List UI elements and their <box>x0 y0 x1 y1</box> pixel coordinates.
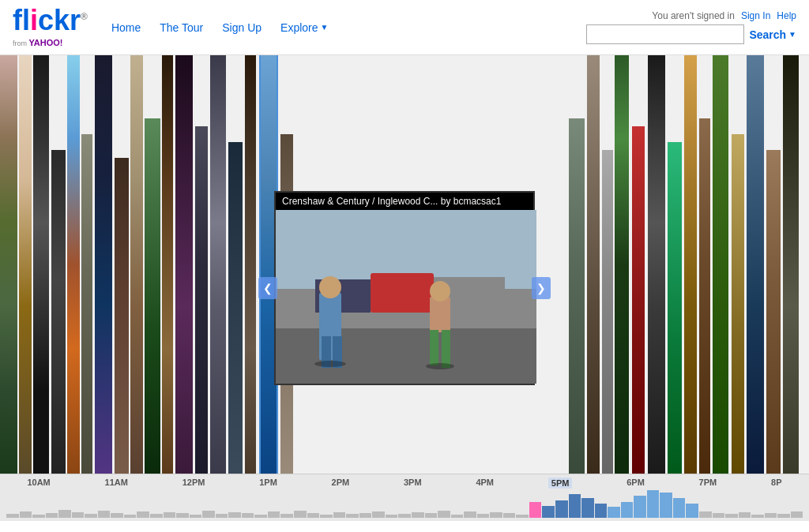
svg-point-14 <box>314 361 346 367</box>
time-5pm: 5PM <box>548 478 573 489</box>
search-button[interactable]: Search ▼ <box>749 28 796 41</box>
time-3pm: 3PM <box>404 478 422 489</box>
svg-rect-12 <box>430 330 438 365</box>
time-2pm: 2PM <box>332 478 350 489</box>
header-right: You aren't signed in Sign In Help Search… <box>586 10 796 44</box>
photo-column-r8 <box>684 55 697 474</box>
auth-bar: You aren't signed in Sign In Help <box>652 10 796 21</box>
timeline-labels: 10AM 11AM 12PM 1PM 2PM 3PM 4PM 5PM 6PM 7… <box>0 478 809 489</box>
photo-column-2 <box>19 55 32 474</box>
nav-tour[interactable]: The Tour <box>160 21 203 34</box>
svg-point-15 <box>426 363 454 369</box>
photo-column-r1 <box>569 118 585 474</box>
nav-signup[interactable]: Sign Up <box>222 21 262 34</box>
photo-column-5 <box>67 55 80 474</box>
logo: flickr® <box>13 6 88 35</box>
photo-column-r10 <box>713 55 728 474</box>
nav-home[interactable]: Home <box>111 21 141 34</box>
svg-rect-13 <box>442 330 450 368</box>
svg-rect-2 <box>371 273 434 313</box>
photo-column-16 <box>245 55 256 474</box>
photo-column-r14 <box>783 55 799 474</box>
popup-image <box>276 210 536 384</box>
photo-column-r4 <box>615 55 629 474</box>
svg-rect-5 <box>276 328 536 384</box>
search-input[interactable] <box>586 24 744 44</box>
popup-caption: Crenshaw & Century / Inglewood C... by b… <box>276 193 533 210</box>
photo-column-4 <box>51 150 66 474</box>
time-4pm: 4PM <box>476 478 494 489</box>
time-8p: 8P <box>771 478 781 489</box>
photo-column-r3 <box>602 150 613 474</box>
photo-column-3 <box>33 55 49 474</box>
photo-column-r6 <box>648 55 665 474</box>
photo-column-8 <box>115 158 129 474</box>
photo-column-9 <box>130 55 143 474</box>
timeline-bars <box>0 488 809 518</box>
photo-column-r11 <box>732 134 744 474</box>
photo-column-r5 <box>632 126 645 474</box>
photo-column-6 <box>81 134 92 474</box>
popup-photo-svg <box>276 210 536 384</box>
main-nav: Home The Tour Sign Up Explore ▼ <box>111 21 329 34</box>
photo-column-r12 <box>747 55 764 474</box>
photo-column-14 <box>210 55 226 474</box>
not-signed-text: You aren't signed in <box>652 10 735 21</box>
photo-column-r9 <box>699 118 710 474</box>
logo-area: flickr® from YAHOO! <box>13 6 88 49</box>
prev-photo-button[interactable]: ❮ <box>258 277 277 299</box>
yahoo-tagline: from YAHOO! <box>13 35 63 49</box>
next-photo-button[interactable]: ❯ <box>532 277 551 299</box>
photo-column-11 <box>162 55 173 474</box>
photo-column-13 <box>195 126 208 474</box>
photo-column-r2 <box>587 55 600 474</box>
photo-column-r13 <box>766 150 781 474</box>
nav-explore[interactable]: Explore ▼ <box>280 21 328 34</box>
photo-column-10 <box>145 118 160 474</box>
timeline: 10AM 11AM 12PM 1PM 2PM 3PM 4PM 5PM 6PM 7… <box>0 474 809 521</box>
photo-column-1 <box>0 55 17 474</box>
photo-column-15 <box>228 142 243 474</box>
search-dropdown-icon: ▼ <box>788 30 796 39</box>
photo-column-7 <box>95 55 112 474</box>
photo-popup: Crenshaw & Century / Inglewood C... by b… <box>274 191 535 385</box>
time-1pm: 1PM <box>259 478 277 489</box>
header: flickr® from YAHOO! Home The Tour Sign U… <box>0 0 809 55</box>
photo-column-12 <box>175 55 193 474</box>
time-12pm: 12PM <box>182 478 205 489</box>
photo-timeline-area: ❮ Crenshaw & Century / Inglewood C... by… <box>0 55 809 521</box>
explore-dropdown-icon: ▼ <box>321 23 329 32</box>
svg-rect-10 <box>430 297 450 332</box>
time-11am: 11AM <box>105 478 128 489</box>
svg-point-11 <box>430 281 450 302</box>
time-10am: 10AM <box>27 478 50 489</box>
search-bar: Search ▼ <box>586 24 796 44</box>
sign-in-link[interactable]: Sign In <box>741 10 770 21</box>
time-6pm: 6PM <box>627 478 645 489</box>
help-link[interactable]: Help <box>777 10 796 21</box>
time-7pm: 7PM <box>699 478 717 489</box>
photo-column-r7 <box>668 142 682 474</box>
svg-point-7 <box>319 276 341 298</box>
